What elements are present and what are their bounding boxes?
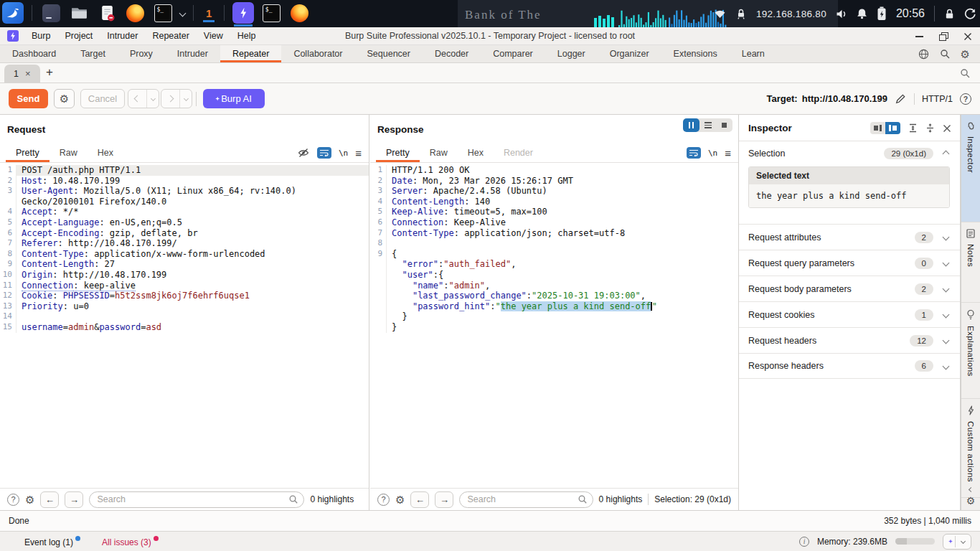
menu-icon[interactable]: ≡	[725, 148, 731, 159]
editor-line[interactable]: "last_password_change":"2025-10-31 19:03…	[370, 291, 738, 301]
rail-tab-custom-actions[interactable]: Custom actions	[961, 399, 980, 498]
menu-repeater[interactable]: Repeater	[145, 31, 196, 41]
globe-icon[interactable]	[918, 49, 929, 60]
inspector-section-request-attributes[interactable]: Request attributes2	[739, 224, 960, 250]
tab-dashboard[interactable]: Dashboard	[0, 45, 68, 62]
editor-line[interactable]: 4Content-Length: 140	[370, 197, 738, 207]
editor-line[interactable]: "user":{	[370, 270, 738, 281]
editor-line[interactable]: 6Accept-Encoding: gzip, deflate, br	[0, 228, 369, 239]
editor-line[interactable]: 3Server: Apache/2.4.58 (Ubuntu)	[370, 186, 738, 197]
menu-help[interactable]: Help	[230, 31, 263, 41]
editor-line[interactable]: 15username=admin&password=asd	[0, 322, 369, 333]
editor-line[interactable]: 13Priority: u=0	[0, 301, 369, 312]
rail-tab-notes[interactable]: Notes	[961, 222, 980, 303]
info-icon[interactable]: i	[799, 537, 809, 547]
dock-right-button[interactable]	[885, 122, 900, 134]
notifications-bell-icon[interactable]	[857, 8, 867, 19]
show-newlines-button[interactable]: \n	[339, 149, 348, 158]
editor-line[interactable]: 12Cookie: PHPSESSID=h5t2ssm8jk6oj7f6ehrf…	[0, 291, 369, 301]
editor-line[interactable]: 11Connection: keep-alive	[0, 281, 369, 291]
send-settings-button[interactable]: ⚙	[54, 89, 75, 108]
add-tab-button[interactable]: +	[46, 65, 53, 80]
rail-tab-inspector[interactable]: Inspector	[961, 115, 980, 222]
search-settings-gear-icon[interactable]: ⚙	[395, 494, 405, 505]
lock-icon[interactable]	[944, 8, 955, 19]
wifi-icon[interactable]	[714, 9, 726, 19]
battery-icon[interactable]	[877, 6, 887, 21]
kali-menu-button[interactable]	[2, 2, 24, 24]
tab-learn[interactable]: Learn	[730, 45, 777, 62]
tab-decoder[interactable]: Decoder	[423, 45, 481, 62]
word-wrap-button[interactable]	[317, 147, 331, 159]
volume-icon[interactable]	[836, 9, 847, 19]
tab-extensions[interactable]: Extensions	[661, 45, 730, 62]
editor-line[interactable]: 6Connection: Keep-Alive	[370, 217, 738, 228]
layout-rows-button[interactable]	[699, 118, 716, 132]
tab-proxy[interactable]: Proxy	[118, 45, 165, 62]
editor-line[interactable]: 2Host: 10.48.170.199	[0, 176, 369, 187]
response-editor[interactable]: 1HTTP/1.1 200 OK2Date: Mon, 23 Mar 2026 …	[370, 164, 738, 488]
editor-line[interactable]: 7Referer: http://10.48.170.199/	[0, 238, 369, 249]
chevron-down-icon[interactable]	[179, 9, 187, 17]
taskbar-app-terminal-1[interactable]: $_	[152, 2, 174, 24]
tab-target[interactable]: Target	[68, 45, 118, 62]
editor-line[interactable]: 5Accept-Language: en-US,en;q=0.5	[0, 217, 369, 228]
hidden-headers-eye-icon[interactable]	[297, 148, 310, 158]
next-match-button[interactable]: →	[435, 491, 453, 508]
editor-line[interactable]: 1POST /auth.php HTTP/1.1	[0, 165, 369, 176]
menu-icon[interactable]: ≡	[355, 148, 362, 159]
tab-repeater[interactable]: Repeater	[220, 45, 281, 62]
close-tab-icon[interactable]: ×	[25, 69, 31, 78]
editor-line[interactable]: Gecko/20100101 Firefox/140.0	[0, 197, 369, 207]
logout-icon[interactable]	[964, 8, 976, 19]
show-newlines-button[interactable]: \n	[708, 149, 717, 158]
burp-ai-button[interactable]: Burp AI	[203, 89, 265, 108]
inspector-section-response-headers[interactable]: Response headers6	[739, 353, 960, 379]
settings-gear-icon[interactable]: ⚙	[961, 49, 970, 60]
clock[interactable]: 20:56	[896, 7, 925, 20]
editor-line[interactable]: 7Content-Type: application/json; charset…	[370, 228, 738, 239]
forward-button[interactable]	[161, 90, 179, 108]
menu-intruder[interactable]: Intruder	[100, 31, 145, 41]
expand-all-icon[interactable]	[925, 123, 935, 133]
tab-intruder[interactable]: Intruder	[165, 45, 220, 62]
rail-settings-gear-icon[interactable]: ⚙	[961, 495, 980, 507]
forward-dropdown-button[interactable]	[179, 90, 192, 108]
inspector-section-request-headers[interactable]: Request headers12	[739, 327, 960, 353]
search-icon[interactable]	[940, 49, 950, 59]
tab-render[interactable]: Render	[494, 143, 543, 162]
editor-line[interactable]: 5Keep-Alive: timeout=5, max=100	[370, 207, 738, 217]
layout-columns-button[interactable]	[683, 118, 699, 132]
tab-pretty[interactable]: Pretty	[376, 143, 420, 162]
editor-line[interactable]: 9{	[370, 249, 738, 260]
tab-hex[interactable]: Hex	[88, 143, 123, 162]
help-icon[interactable]: ?	[960, 93, 971, 105]
close-button[interactable]	[956, 27, 980, 45]
tab-comparer[interactable]: Comparer	[481, 45, 545, 62]
editor-line[interactable]: 14	[0, 311, 369, 322]
editor-line[interactable]: 8	[370, 238, 738, 249]
editor-line[interactable]: 8Content-Type: application/x-www-form-ur…	[0, 249, 369, 260]
next-match-button[interactable]: →	[65, 491, 83, 508]
taskbar-app-editor[interactable]	[96, 2, 118, 24]
event-log-button[interactable]: Event log (1)	[24, 536, 80, 547]
taskbar-app-window[interactable]	[40, 2, 62, 24]
prev-match-button[interactable]: ←	[40, 491, 59, 508]
help-icon[interactable]: ?	[7, 494, 19, 506]
tab-organizer[interactable]: Organizer	[598, 45, 661, 62]
back-dropdown-button[interactable]	[146, 90, 159, 108]
keyboard-lock-icon[interactable]	[735, 8, 747, 19]
search-settings-gear-icon[interactable]: ⚙	[25, 494, 34, 505]
tab-raw[interactable]: Raw	[50, 143, 88, 162]
editor-line[interactable]: 2Date: Mon, 23 Mar 2026 15:26:17 GMT	[370, 176, 738, 187]
repeater-tab-1[interactable]: 1 ×	[4, 65, 40, 83]
editor-line[interactable]: "error":"auth_failed",	[370, 259, 738, 270]
ip-address[interactable]: 192.168.186.80	[756, 9, 826, 19]
close-icon[interactable]	[943, 124, 951, 133]
restore-button[interactable]	[931, 27, 956, 45]
menu-burp[interactable]: Burp	[24, 31, 57, 41]
search-icon[interactable]	[960, 68, 970, 78]
collapse-all-icon[interactable]	[908, 123, 918, 133]
inspector-section-request-cookies[interactable]: Request cookies1	[739, 301, 960, 327]
editor-line[interactable]: 10Origin: http://10.48.170.199	[0, 270, 369, 281]
